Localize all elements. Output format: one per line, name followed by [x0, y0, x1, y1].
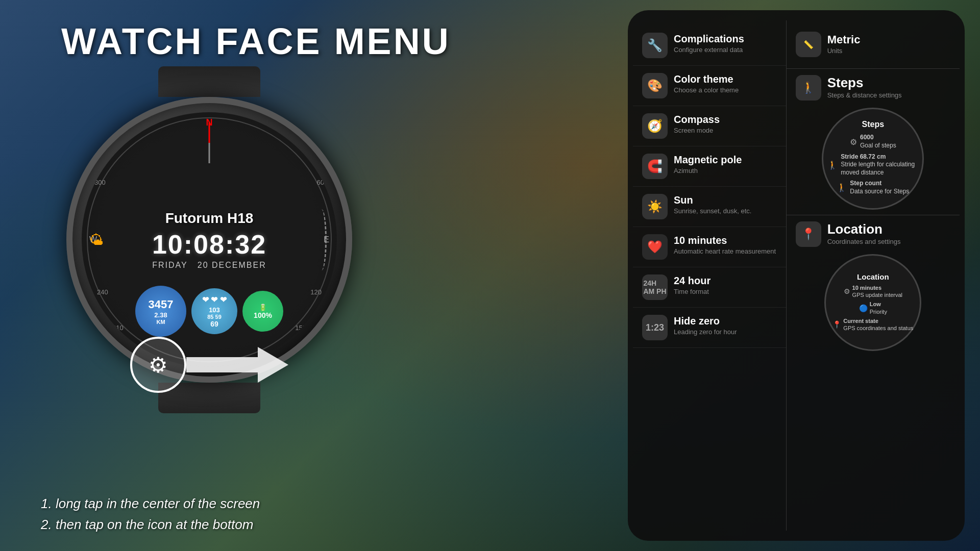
- magnetic-text: Magnetic pole Azimuth: [674, 154, 777, 176]
- watch-model-name: Futorum H18: [165, 210, 254, 227]
- menu-item-hidezero[interactable]: 1:23 Hide zero Leading zero for hour: [633, 308, 786, 348]
- location-priority-item: 🔵 Low Priority: [856, 299, 890, 316]
- color-theme-subtitle: Choose a color theme: [674, 86, 777, 95]
- battery-complication: 🔋 100%: [242, 291, 283, 332]
- compass-icon: 🧭: [642, 113, 668, 139]
- heartrate-icon: ❤️: [642, 234, 668, 260]
- steps-circle-title: Steps: [862, 120, 885, 129]
- hidezero-text: Hide zero Leading zero for hour: [674, 315, 777, 337]
- magnetic-icon: 🧲: [642, 154, 668, 179]
- steps-count-item: 🚶 Step count Data source for Steps: [832, 178, 913, 197]
- location-state-text: Current state GPS coordinates and status: [843, 317, 913, 332]
- sun-text: Sun Sunrise, sunset, dusk, etc.: [674, 194, 777, 216]
- sun-title: Sun: [674, 194, 777, 206]
- steps-stride-icon: 🚶: [827, 160, 838, 170]
- location-priority-icon: 🔵: [859, 304, 868, 312]
- location-circle: Location ⚙ 10 minutes GPS update interva…: [824, 254, 921, 351]
- compass-subtitle: Screen mode: [674, 127, 777, 135]
- watch-container: N E W 330 30 300 60 240 120 210 150 🌤: [31, 66, 388, 454]
- location-circle-title: Location: [857, 272, 889, 281]
- complications-subtitle: Configure external data: [674, 46, 777, 55]
- instructions: 1. long tap in the center of the screen …: [41, 493, 260, 536]
- svg-marker-0: [186, 347, 288, 383]
- color-theme-icon: 🎨: [642, 73, 668, 98]
- menu-item-compass[interactable]: 🧭 Compass Screen mode: [633, 106, 786, 146]
- menu-item-color-theme[interactable]: 🎨 Color theme Choose a color theme: [633, 66, 786, 106]
- sun-icon: ☀️: [642, 194, 668, 219]
- metric-subtitle: Units: [827, 46, 861, 56]
- steps-goal-text: 6000 Goal of steps: [860, 134, 896, 149]
- steps-stride-item: 🚶 Stride 68.72 cm Stride length for calc…: [823, 152, 922, 179]
- heartrate-subtitle: Automatic heart rate measurement: [674, 247, 777, 256]
- timeformat-subtitle: Time format: [674, 288, 777, 296]
- steps-section-header[interactable]: 🚶 Steps Steps & distance settings: [787, 69, 960, 103]
- complications-icon: 🔧: [642, 33, 668, 58]
- panel-right-column: 📏 Metric Units 🚶 Steps Steps & distance …: [787, 20, 960, 531]
- color-theme-title: Color theme: [674, 73, 777, 85]
- hidezero-subtitle: Leading zero for hour: [674, 328, 777, 337]
- steps-header-text: Steps Steps & distance settings: [827, 75, 902, 100]
- hidezero-icon: 1:23: [642, 315, 668, 340]
- heartrate-title: 10 minutes: [674, 234, 777, 246]
- sun-subtitle: Sunrise, sunset, dusk, etc.: [674, 207, 777, 216]
- panel-left-column: 🔧 Complications Configure external data …: [633, 20, 787, 531]
- heart-complication: ❤ ❤ ❤ 103 85 59 69: [191, 288, 237, 334]
- magnetic-subtitle: Azimuth: [674, 167, 777, 176]
- location-section-header[interactable]: 📍 Location Coordinates and settings: [787, 215, 960, 249]
- heartrate-text: 10 minutes Automatic heart rate measurem…: [674, 234, 777, 256]
- location-icon: 📍: [796, 221, 821, 247]
- right-panel: 🔧 Complications Configure external data …: [628, 10, 965, 541]
- watch-date-display: FRIDAY 20 DECEMBER: [152, 261, 266, 270]
- location-gps-item: ⚙ 10 minutes GPS update interval: [841, 283, 905, 300]
- gear-button[interactable]: ⚙: [130, 337, 186, 393]
- hidezero-title: Hide zero: [674, 315, 777, 327]
- steps-icon: 🚶: [796, 75, 821, 101]
- metric-text: Metric Units: [827, 33, 861, 56]
- steps-stride-text: Stride 68.72 cm Stride length for calcul…: [841, 153, 918, 177]
- menu-item-complications[interactable]: 🔧 Complications Configure external data: [633, 26, 786, 66]
- timeformat-text: 24 hour Time format: [674, 274, 777, 296]
- metric-icon: 📏: [796, 32, 821, 57]
- location-state-icon: 📍: [832, 320, 841, 329]
- menu-item-timeformat[interactable]: 24HAM PH 24 hour Time format: [633, 267, 786, 308]
- steps-goal-icon: ⚙: [850, 137, 857, 147]
- watch-time-display: 10:08:32: [152, 229, 266, 260]
- steps-count-icon: 🚶: [837, 183, 847, 192]
- location-state-item: 📍 Current state GPS coordinates and stat…: [829, 316, 916, 333]
- location-gps-text: 10 minutes GPS update interval: [852, 284, 902, 299]
- location-header-text: Location Coordinates and settings: [827, 221, 901, 246]
- location-priority-text: Low Priority: [870, 300, 887, 315]
- menu-item-sun[interactable]: ☀️ Sun Sunrise, sunset, dusk, etc.: [633, 187, 786, 227]
- watch-complications: 3457 2.38 KM ❤ ❤ ❤ 103 85 59 69 🔋 100%: [135, 286, 283, 337]
- instruction-line1: 1. long tap in the center of the screen: [41, 493, 260, 515]
- location-title: Location: [827, 221, 901, 237]
- steps-goal-item: ⚙ 6000 Goal of steps: [846, 132, 900, 151]
- steps-title: Steps: [827, 75, 902, 91]
- steps-complication: 3457 2.38 KM: [135, 286, 186, 337]
- magnetic-title: Magnetic pole: [674, 154, 777, 166]
- compass-text: Compass Screen mode: [674, 113, 777, 135]
- metric-title: Metric: [827, 33, 861, 46]
- arrow-pointer: [186, 344, 288, 385]
- complications-title: Complications: [674, 33, 777, 45]
- steps-circle: Steps ⚙ 6000 Goal of steps 🚶 Stride 68.7…: [822, 108, 924, 210]
- instruction-line2: 2. then tap on the icon at the bottom: [41, 514, 260, 536]
- page-title: WATCH FACE MENU: [61, 20, 451, 62]
- metric-section[interactable]: 📏 Metric Units: [787, 26, 960, 69]
- menu-item-magnetic[interactable]: 🧲 Magnetic pole Azimuth: [633, 146, 786, 187]
- location-gps-icon: ⚙: [844, 287, 850, 295]
- steps-count-text: Step count Data source for Steps: [850, 180, 909, 195]
- steps-subtitle: Steps & distance settings: [827, 91, 902, 100]
- complications-text: Complications Configure external data: [674, 33, 777, 55]
- timeformat-title: 24 hour: [674, 274, 777, 287]
- timeformat-icon: 24HAM PH: [642, 274, 668, 300]
- compass-title: Compass: [674, 113, 777, 126]
- watch-band-top: [158, 66, 260, 97]
- color-theme-text: Color theme Choose a color theme: [674, 73, 777, 95]
- gear-arrow-container: ⚙: [130, 337, 288, 393]
- location-subtitle: Coordinates and settings: [827, 237, 901, 246]
- menu-item-heartrate[interactable]: ❤️ 10 minutes Automatic heart rate measu…: [633, 227, 786, 267]
- watch-face: N E W 330 30 300 60 240 120 210 150 🌤: [82, 112, 337, 367]
